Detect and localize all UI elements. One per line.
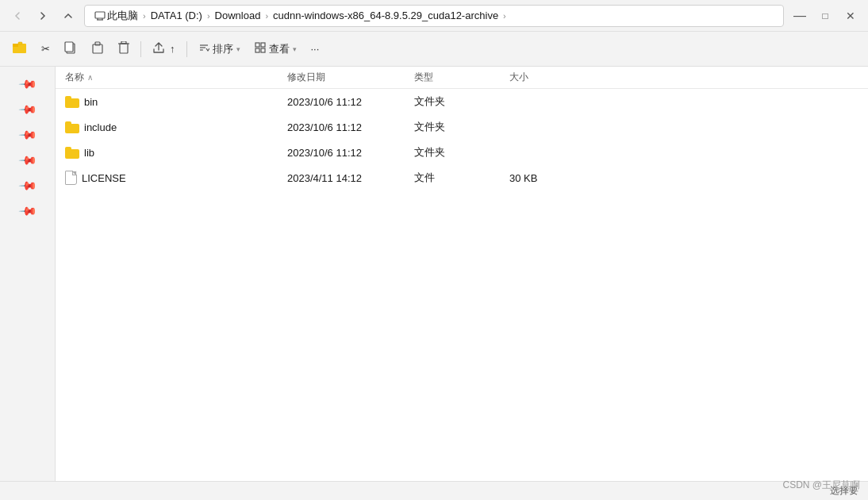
svg-rect-11: [120, 44, 128, 53]
svg-rect-13: [121, 41, 126, 44]
view-icon: [255, 42, 266, 56]
cut-button[interactable]: ✂: [35, 37, 56, 62]
main-layout: 📌 📌 📌 📌 📌 📌 名称 ∧ 修改日期 类型 大小: [0, 67, 868, 481]
close-button[interactable]: ✕: [839, 5, 862, 27]
new-folder-button[interactable]: [6, 37, 33, 62]
status-bar: 选择要: [0, 481, 868, 500]
breadcrumb-download[interactable]: Download: [212, 8, 264, 23]
folder-icon: [65, 121, 79, 133]
copy-icon: [64, 41, 77, 56]
file-area: 名称 ∧ 修改日期 类型 大小 bin 2023/10/6 1: [56, 67, 868, 481]
file-type-include: 文件夹: [414, 120, 509, 134]
delete-icon: [118, 41, 129, 56]
svg-rect-0: [95, 12, 105, 18]
table-row[interactable]: lib 2023/10/6 11:12 文件夹: [56, 140, 868, 165]
paste-button[interactable]: [85, 37, 110, 62]
breadcrumb-cudnn[interactable]: cudnn-windows-x86_64-8.9.5.29_cuda12-arc…: [270, 8, 501, 23]
file-name-bin: bin: [65, 96, 287, 108]
breadcrumb-pc[interactable]: 此电脑: [91, 7, 141, 25]
col-header-type[interactable]: 类型: [414, 71, 509, 84]
watermark: CSDN @王尼莫啊: [782, 479, 860, 492]
nav-up-button[interactable]: [57, 5, 79, 27]
file-icon: [65, 171, 77, 185]
svg-rect-6: [18, 42, 22, 44]
new-folder-icon: [13, 41, 27, 56]
file-name-include: include: [65, 121, 287, 133]
file-name-license: LICENSE: [65, 171, 287, 185]
breadcrumb-sep-4: ›: [503, 11, 506, 21]
title-bar: 此电脑 › DATA1 (D:) › Download › cudnn-wind…: [0, 0, 868, 32]
svg-rect-20: [261, 48, 265, 52]
delete-button[interactable]: [112, 37, 136, 62]
toolbar-separator-1: [140, 41, 141, 57]
sidebar: 📌 📌 📌 📌 📌 📌: [0, 67, 56, 481]
nav-back-button[interactable]: [6, 5, 29, 27]
more-label: ···: [311, 43, 320, 55]
file-list: bin 2023/10/6 11:12 文件夹 include: [56, 89, 868, 481]
toolbar-separator-2: [186, 41, 187, 57]
more-button[interactable]: ···: [305, 37, 326, 62]
sort-dropdown-arrow: ▾: [236, 45, 240, 53]
minimize-button[interactable]: —: [789, 5, 811, 27]
svg-rect-8: [65, 42, 73, 52]
view-button[interactable]: 查看 ▾: [248, 37, 303, 62]
table-row[interactable]: include 2023/10/6 11:12 文件夹: [56, 114, 868, 140]
file-date-license: 2023/4/11 14:12: [287, 172, 414, 184]
folder-icon: [65, 147, 79, 159]
file-type-bin: 文件夹: [414, 94, 509, 109]
table-row[interactable]: bin 2023/10/6 11:12 文件夹: [56, 89, 868, 114]
svg-rect-5: [13, 44, 18, 47]
file-size-license: 30 KB: [509, 172, 589, 184]
svg-rect-10: [95, 42, 100, 45]
nav-buttons: [6, 5, 79, 27]
folder-icon: [65, 96, 79, 108]
col-header-date[interactable]: 修改日期: [287, 71, 414, 84]
file-date-include: 2023/10/6 11:12: [287, 121, 414, 133]
maximize-button[interactable]: □: [814, 5, 836, 27]
breadcrumb-data1[interactable]: DATA1 (D:): [148, 8, 205, 23]
view-dropdown-arrow: ▾: [293, 45, 297, 53]
column-header: 名称 ∧ 修改日期 类型 大小: [56, 67, 868, 89]
cut-icon: ✂: [41, 43, 50, 55]
file-date-bin: 2023/10/6 11:12: [287, 96, 414, 108]
svg-rect-18: [261, 43, 265, 47]
paste-icon: [91, 41, 104, 56]
svg-rect-19: [255, 48, 259, 52]
sort-button[interactable]: 排序 ▾: [192, 37, 247, 62]
share-button[interactable]: ↑: [146, 37, 182, 62]
sort-arrow-name: ∧: [87, 73, 93, 82]
breadcrumb-sep-2: ›: [207, 11, 210, 21]
sidebar-pin-6[interactable]: 📌: [10, 193, 45, 229]
sort-icon: [198, 42, 209, 56]
table-row[interactable]: LICENSE 2023/4/11 14:12 文件 30 KB: [56, 165, 868, 190]
breadcrumb-sep-3: ›: [265, 11, 268, 21]
share-icon: [152, 41, 165, 56]
copy-button[interactable]: [58, 37, 83, 62]
file-name-lib: lib: [65, 147, 287, 159]
titlebar-right: — □ ✕: [789, 5, 862, 27]
file-type-lib: 文件夹: [414, 145, 509, 160]
file-type-license: 文件: [414, 171, 509, 185]
nav-forward-button[interactable]: [32, 5, 54, 27]
col-header-name[interactable]: 名称 ∧: [65, 71, 287, 84]
svg-rect-17: [255, 43, 259, 47]
svg-rect-9: [93, 44, 102, 53]
file-date-lib: 2023/10/6 11:12: [287, 147, 414, 159]
toolbar: ✂ ↑ 排序 ▾ 查看 ▾ ···: [0, 32, 868, 67]
breadcrumb-sep-1: ›: [143, 11, 146, 21]
breadcrumb[interactable]: 此电脑 › DATA1 (D:) › Download › cudnn-wind…: [84, 5, 784, 27]
col-header-size[interactable]: 大小: [509, 71, 589, 84]
